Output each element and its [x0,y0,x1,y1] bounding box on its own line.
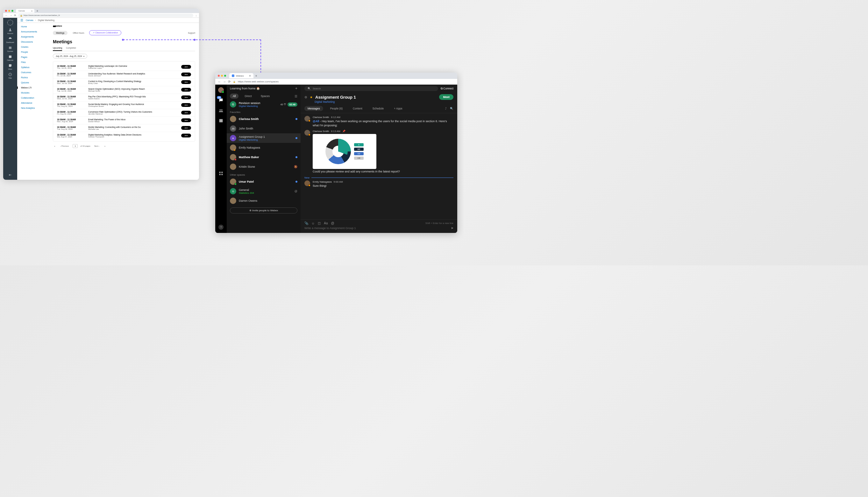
course-nav-item[interactable]: Outcomes [21,71,49,73]
join-button[interactable]: Join [181,133,191,138]
tab-classroom-collaboration[interactable]: Classroom Collaboration [89,30,121,35]
join-button[interactable]: Join [181,96,191,99]
space-list-item[interactable]: Darren Owens [227,196,301,205]
rail-help[interactable]: ?Help [8,73,12,79]
join-button[interactable]: Join [181,126,191,130]
space-list-item[interactable]: JSJohn Smith [227,124,301,133]
space-subtitle[interactable]: Digital Marketing [315,100,453,103]
search-input[interactable]: Search [304,86,438,91]
join-button[interactable]: Join [181,80,191,84]
launch-icon[interactable]: ⤴ [445,107,447,110]
new-tab-button[interactable]: + [256,74,257,77]
rail-dashboard[interactable]: Dashboard [6,37,14,43]
nav-forward-icon[interactable]: → [223,80,226,83]
rail-inbox[interactable]: Inbox [8,63,12,70]
course-nav-item[interactable]: Attendance [21,102,49,104]
course-nav-item[interactable]: Pages [21,56,49,58]
rail-help-icon[interactable]: ? [218,225,223,230]
course-nav-item[interactable]: Assignments [21,36,49,38]
message-list[interactable]: Clarissa Smith8:12 AM @All - Hey team, I… [301,113,457,219]
status-header[interactable]: Learning from home 🏠 + [227,85,301,92]
join-button[interactable]: Join [181,65,191,69]
tab-apps[interactable]: + Apps [391,106,405,111]
nav-back-icon[interactable]: ← [5,14,8,17]
page-input[interactable] [73,144,78,148]
format-icon[interactable]: Аа [324,222,328,225]
tab-schedule[interactable]: Schedule [369,106,387,111]
course-nav-item[interactable]: Home [21,26,49,28]
canvas-logo-icon[interactable] [7,20,13,26]
new-tab-button[interactable]: + [36,9,38,13]
page-next[interactable]: Next › [93,144,101,148]
send-icon[interactable]: ➤ [451,226,453,230]
subtab-completed[interactable]: Completed [66,47,76,51]
search-in-space-icon[interactable]: 🔍 [450,107,453,110]
rail-apps-icon[interactable] [218,171,224,176]
url-field[interactable]: 🔒 https://www.canvas.com/courses/webex_l… [18,14,193,17]
nav-reload-icon[interactable]: ⟳ [14,14,16,17]
page-first-icon[interactable]: « [53,144,56,148]
join-button[interactable]: Join [181,118,191,122]
attach-icon[interactable]: 📎 [304,222,308,225]
filter-spaces[interactable]: Spaces [258,94,273,99]
user-avatar[interactable] [218,87,224,93]
filter-icon[interactable]: ☰ [294,95,298,98]
space-list-item[interactable]: Matthew Baker [227,152,301,162]
filter-direct[interactable]: Direct [242,94,254,99]
tab-people[interactable]: People (6) [327,106,346,111]
space-list-item[interactable]: GGeneralStatistics 204@ [227,186,301,196]
course-nav-item[interactable]: Files [21,61,49,63]
invite-button[interactable]: Invite people to Webex [230,208,298,213]
nav-forward-icon[interactable]: → [10,14,12,17]
browser-tab[interactable]: Canvas [16,9,35,13]
attachment-image[interactable]: AMZCDOR [313,134,376,169]
course-nav-item[interactable]: Quizzes [21,82,49,84]
meet-button[interactable]: Meet [439,94,453,100]
browser-tab[interactable]: Webex [229,73,253,78]
course-nav-item[interactable]: Announcements [21,30,49,33]
space-list-item[interactable]: Emily Nakagawa [227,143,301,152]
join-button[interactable]: Join [181,111,191,115]
connect-button[interactable]: Connect [441,87,453,90]
browser-menu-icon[interactable]: ⋮ [195,14,197,16]
mention-icon[interactable]: @ [331,222,334,225]
space-list-item[interactable]: AAssignment Group 1Digital Marketing [227,133,301,143]
course-nav-item[interactable]: Modules [21,91,49,94]
space-list-item[interactable]: Kristin Stone🔕 [227,162,301,171]
join-button[interactable]: Join [181,88,191,91]
compose-input[interactable]: Write a message to Assignment Group 1 ➤ [304,226,453,230]
rail-calendar[interactable]: Calendar [7,55,13,61]
space-list-item[interactable]: Umar Patel [227,177,301,186]
nav-back-icon[interactable]: ← [218,80,221,83]
hamburger-icon[interactable]: ☰ [20,18,23,22]
course-nav-item[interactable]: People [21,51,49,53]
collapse-nav-icon[interactable]: ⇤ [9,173,12,176]
settings-icon[interactable]: ⚙ [304,96,307,99]
page-prev[interactable]: ‹ Previous [59,144,70,148]
page-last-icon[interactable]: » [103,144,107,148]
breadcrumb-root[interactable]: Canvas [26,19,33,21]
course-nav-item[interactable]: Webex LTI [17,87,49,89]
tab-meetings[interactable]: Meetings [53,31,68,35]
support-link[interactable]: Support [188,32,195,34]
create-space-icon[interactable]: + [295,86,298,91]
course-nav-item[interactable]: Syllabus [21,66,49,68]
window-controls[interactable] [218,75,226,77]
rail-calendar-icon[interactable] [218,118,224,124]
rail-courses[interactable]: Courses [7,46,13,52]
emoji-icon[interactable]: ☺ [312,222,315,225]
rail-messaging-icon[interactable]: 20 [218,97,224,103]
rail-account[interactable]: Account [7,28,13,34]
gif-icon[interactable]: ◫ [318,222,321,225]
nav-reload-icon[interactable]: ⟳ [228,80,231,83]
course-nav-item[interactable]: New Analytics [21,107,49,109]
course-nav-item[interactable]: Discussions [21,41,49,43]
join-button[interactable]: Join [181,73,191,76]
daterange-picker[interactable]: July 25, 2024 - Aug 25, 2024 [53,54,87,59]
course-nav-item[interactable]: Collaboration [21,97,49,99]
subtab-upcoming[interactable]: Upcoming [53,47,62,51]
tab-content[interactable]: Content [349,106,366,111]
course-nav-item[interactable]: Rubics [21,76,49,79]
join-button[interactable]: Join [181,103,191,107]
window-controls[interactable] [5,10,13,12]
